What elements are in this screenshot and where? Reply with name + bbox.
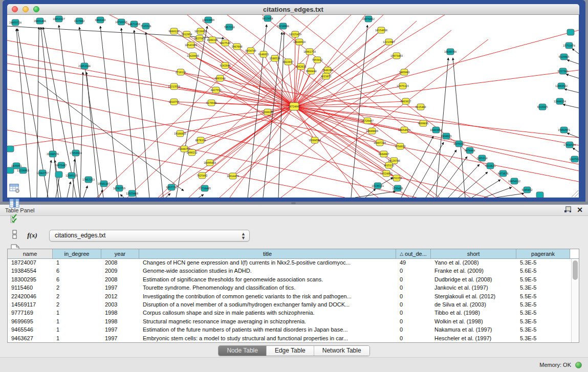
close-panel-icon[interactable]: ✕ (577, 206, 583, 213)
table-cell[interactable]: 2012 (101, 293, 139, 301)
network-node[interactable]: 12093582 (555, 83, 568, 89)
select-all-check-button[interactable] (7, 212, 23, 228)
table-row[interactable]: 1830029562008Estimation of significance … (8, 276, 579, 284)
table-cell[interactable]: 2008 (101, 276, 139, 284)
network-node[interactable]: 1810755 (168, 99, 179, 105)
black-edge[interactable] (99, 190, 103, 198)
black-edge[interactable] (564, 89, 579, 93)
network-node[interactable] (55, 171, 62, 178)
black-edge[interactable] (401, 136, 433, 198)
table-row[interactable]: 977716911998Corpus callosum shape and si… (8, 309, 579, 317)
table-row[interactable]: 946554611997Estimation of the future num… (8, 326, 579, 334)
table-cell[interactable]: 0 (396, 318, 431, 326)
table-cell[interactable]: 9777169 (8, 309, 53, 317)
network-node[interactable]: 12923468 (126, 190, 138, 196)
table-cell[interactable]: Genome-wide association studies in ADHD. (139, 267, 396, 275)
network-node[interactable]: 10688609 (366, 128, 378, 134)
network-node[interactable]: 17359924 (70, 150, 82, 156)
black-edge[interactable] (134, 30, 149, 198)
tab-network-table[interactable]: Network Table (314, 346, 369, 356)
table-row[interactable]: 911546021997Tourette syndrome. Phenomeno… (8, 284, 579, 292)
network-node[interactable]: 9115460 (415, 104, 426, 110)
network-node[interactable]: 9146821 (258, 51, 269, 57)
table-cell[interactable]: 1 (53, 309, 101, 317)
zoom-window-button[interactable] (33, 6, 39, 12)
table-cell[interactable]: 0 (396, 267, 431, 275)
table-cell[interactable]: 1997 (101, 335, 139, 343)
network-node[interactable]: 8822037 (282, 59, 293, 65)
network-node[interactable]: 2803144 (214, 75, 225, 81)
network-node[interactable]: 16782759 (113, 185, 125, 191)
red-edge[interactable] (291, 15, 527, 198)
black-edge[interactable] (121, 28, 136, 198)
network-node[interactable]: 14136141 (372, 183, 384, 189)
table-cell[interactable]: Tourette syndrome. Phenomenology and cla… (139, 284, 396, 292)
table-cell[interactable]: Investigating the contribution of common… (139, 293, 396, 301)
close-window-button[interactable] (12, 6, 18, 12)
red-edge[interactable] (227, 15, 470, 198)
column-header-name[interactable]: name (8, 249, 53, 258)
network-node[interactable]: 18325419 (289, 31, 301, 37)
network-window-titlebar[interactable]: citations_edges.txt (7, 4, 579, 15)
table-settings-button[interactable] (7, 182, 23, 197)
red-edge[interactable] (294, 30, 579, 106)
network-node[interactable]: 1733426 (392, 185, 403, 191)
table-cell[interactable]: 18724007 (8, 259, 53, 267)
network-node[interactable]: 7955812 (312, 57, 322, 63)
table-cell[interactable]: 22420046 (8, 293, 53, 301)
table-cell[interactable]: 5.3E-5 (516, 318, 570, 326)
column-header-in_degree[interactable]: in_degree (53, 249, 101, 258)
black-edge[interactable] (563, 104, 579, 108)
black-edge[interactable] (437, 157, 467, 198)
table-cell[interactable]: 2 (53, 301, 101, 309)
network-node[interactable] (7, 167, 14, 173)
black-edge[interactable] (166, 193, 170, 198)
table-cell[interactable]: Corpus callosum shape and size in male p… (139, 309, 396, 317)
network-node[interactable]: 2718126 (175, 69, 186, 75)
tab-node-table[interactable]: Node Table (219, 346, 267, 356)
table-cell[interactable]: Changes of HCN gene expression and I(f) … (139, 259, 396, 267)
black-edge[interactable] (355, 191, 396, 198)
column-header-pagerank[interactable]: pagerank (516, 249, 570, 258)
network-node[interactable]: 21053346 (78, 63, 91, 69)
table-cell[interactable]: 19384554 (8, 267, 53, 275)
table-cell[interactable]: 5.3E-5 (516, 301, 570, 309)
network-node[interactable]: 7625402 (197, 172, 207, 179)
column-chooser-button[interactable] (7, 197, 23, 212)
table-cell[interactable]: Estimation of the future numbers of pati… (139, 326, 396, 334)
table-cell[interactable]: Franke et al. (2009) (431, 267, 516, 275)
table-cell[interactable]: 18300295 (8, 276, 53, 284)
network-node[interactable]: 16099484 (204, 160, 216, 166)
black-edge[interactable] (199, 194, 204, 198)
black-edge[interactable] (459, 172, 488, 198)
red-edge[interactable] (161, 106, 294, 198)
black-edge[interactable] (412, 142, 444, 198)
table-row[interactable]: 1872400712008Changes of HCN gene express… (8, 259, 579, 267)
tab-edge-table[interactable]: Edge Table (267, 346, 314, 356)
table-cell[interactable]: 6 (53, 276, 101, 284)
black-edge[interactable] (573, 148, 579, 152)
table-cell[interactable]: 49 (396, 259, 431, 267)
network-node[interactable]: 1621072 (320, 73, 331, 79)
network-node[interactable]: 8471676 (497, 170, 508, 177)
table-cell[interactable]: Disruption of a novel member of a sodium… (139, 301, 396, 309)
network-node[interactable]: 20206576 (47, 151, 59, 157)
network-node[interactable]: 19384554 (309, 137, 321, 143)
black-edge[interactable] (567, 60, 579, 64)
network-node[interactable]: 1167533 (569, 156, 579, 162)
minimize-window-button[interactable] (23, 6, 29, 12)
black-edge[interactable] (83, 186, 88, 198)
table-cell[interactable]: 2 (53, 293, 101, 301)
red-edge[interactable] (158, 15, 351, 198)
black-edge[interactable] (572, 49, 579, 54)
table-cell[interactable]: Wolkin et al. (1998) (431, 318, 516, 326)
column-header-title[interactable]: title (139, 249, 396, 258)
table-cell[interactable]: 9465546 (8, 326, 53, 334)
network-node[interactable]: 18226058 (194, 28, 207, 34)
table-cell[interactable]: 5.3E-5 (516, 309, 570, 317)
network-node[interactable] (567, 29, 574, 35)
table-cell[interactable]: 6 (53, 267, 101, 275)
table-cell[interactable]: 0 (396, 276, 431, 284)
table-cell[interactable]: 9699695 (8, 318, 53, 326)
network-node[interactable]: 16961758 (303, 49, 316, 55)
